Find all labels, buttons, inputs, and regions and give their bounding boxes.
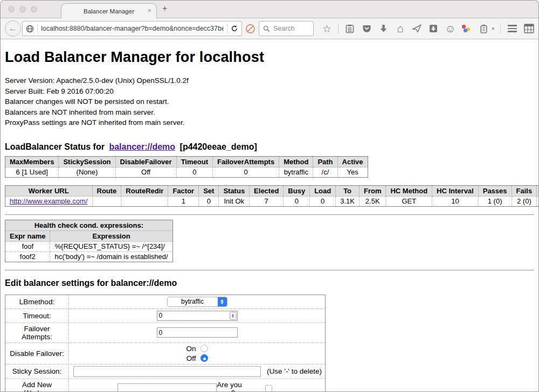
minimize-window-button[interactable] (19, 6, 26, 12)
sticky-session-input[interactable] (73, 366, 261, 377)
disable-failover-off-radio[interactable] (201, 354, 208, 362)
divider (5, 270, 534, 271)
column-header: HC uri (537, 185, 538, 196)
radio-off-label: Off (186, 354, 196, 362)
search-placeholder: Search (273, 25, 295, 32)
worker-status-table: Worker URLRouteRouteRedirFactorSetStatus… (5, 185, 538, 207)
bookmarks-sidebar-icon[interactable] (344, 23, 355, 34)
browser-toolbar: ← localhost:8880/balancer-manager?b=demo… (1, 18, 538, 39)
reload-icon[interactable] (231, 25, 238, 32)
table-row: foof%{REQUEST_STATUS} =~ /^[234]/ (5, 241, 173, 251)
table-title: Health check cond. expressions: (5, 220, 173, 230)
column-header: RouteRedir (121, 185, 168, 196)
sticky-session-row: Sticky Session: (Use '-' to delete) (5, 364, 326, 379)
column-header: Factor (168, 185, 199, 196)
search-bar[interactable]: Search (259, 21, 314, 36)
browser-tab[interactable]: Balancer Manager × (61, 3, 157, 18)
select-arrows-icon (218, 297, 227, 307)
table-cell: Off (115, 167, 176, 177)
table-cell: 2 (0) (512, 196, 537, 206)
table-row: foof2hc('body') =~ /domain is establishe… (5, 251, 173, 262)
divider (500, 23, 501, 34)
table-cell: 1 (168, 196, 199, 206)
bookmark-star-icon[interactable]: ☆ (321, 23, 332, 34)
column-header: From (359, 185, 386, 196)
table-cell: GET (386, 196, 432, 206)
are-you-sure-checkbox[interactable] (265, 385, 272, 392)
content-blocked-icon[interactable] (245, 24, 255, 34)
table-cell: foof (5, 241, 50, 251)
lbmethod-row: LBmethod: bytraffic (5, 295, 326, 309)
timeout-input[interactable] (157, 311, 238, 321)
table-cell (121, 196, 168, 206)
failover-attempts-input[interactable] (157, 327, 238, 338)
worker-url-link[interactable]: http://www.example.com/ (10, 197, 88, 205)
column-header: Worker URL (5, 185, 93, 196)
downloads-icon[interactable] (378, 23, 389, 34)
pages-grid-icon[interactable] (523, 23, 534, 34)
table-cell: 10 (432, 196, 479, 206)
window-controls[interactable] (8, 6, 37, 12)
home-icon[interactable]: ⌂ (395, 23, 405, 34)
edit-settings-heading: Edit balancer settings for balancer://de… (5, 278, 534, 288)
add-worker-row: Add New Worker: Are you sure? (5, 379, 326, 392)
divider (5, 214, 534, 215)
table-cell: 6 [1 Used] (5, 167, 59, 177)
table-cell: http://www.example.com/ (5, 196, 93, 206)
status-heading-suffix: [p4420eeae_demo] (180, 142, 257, 151)
back-button[interactable]: ← (5, 20, 21, 37)
save-to-device-icon[interactable] (428, 23, 439, 34)
pocket-icon[interactable] (361, 23, 372, 34)
table-row: http://www.example.com/ 10Init Ok7003.1K… (5, 196, 539, 206)
tab-close-icon[interactable]: × (148, 7, 151, 15)
table-cell: (None) (59, 167, 115, 177)
table-cell: 0 (284, 196, 310, 206)
server-built: Server Built: Feb 9 2016 07:00:20 (5, 86, 534, 97)
table-row: 6 [1 Used](None)Off00bytraffic/c/Yes (5, 167, 368, 177)
table-cell: Init Ok (219, 196, 250, 206)
column-header: Set (199, 185, 219, 196)
column-header: Fails (512, 185, 537, 196)
column-header: HC Method (386, 185, 432, 196)
add-worker-input[interactable] (118, 383, 217, 392)
column-header: Passes (478, 185, 512, 196)
hello-colored-dots-icon[interactable] (461, 23, 472, 34)
send-tab-icon[interactable] (411, 23, 422, 34)
loadbalancer-status-heading: LoadBalancer Status for balancer://demo … (5, 142, 534, 152)
timeout-row: Timeout: (5, 309, 326, 323)
number-stepper-icon[interactable] (230, 312, 237, 320)
divider (338, 23, 338, 34)
lbmethod-label: LBmethod: (5, 295, 69, 309)
table-cell: 7 (250, 196, 284, 206)
url-bar[interactable]: localhost:8880/balancer-manager?b=demo&n… (22, 21, 242, 36)
table-cell: %{REQUEST_STATUS} =~ /^[234]/ (50, 241, 172, 251)
table-cell (92, 196, 121, 206)
disable-failover-on-radio[interactable] (201, 345, 208, 352)
table-cell: foof2 (5, 251, 50, 262)
menu-hamburger-icon[interactable] (507, 23, 517, 34)
failover-attempts-row: Failover Attempts: (5, 323, 326, 342)
sticky-session-label: Sticky Session: (5, 364, 69, 379)
column-header: StickySession (59, 156, 115, 167)
chevron-down-icon[interactable]: ▾ (492, 26, 494, 31)
table-cell: Yes (337, 167, 368, 177)
container-battery-icon[interactable] (478, 23, 489, 34)
sticky-session-note: (Use '-' to delete) (267, 367, 322, 375)
close-window-button[interactable] (8, 6, 15, 12)
lbmethod-select[interactable]: bytraffic (167, 297, 227, 307)
page-content: Load Balancer Manager for localhost Serv… (1, 39, 538, 392)
globe-icon (26, 25, 34, 33)
zoom-window-button[interactable] (31, 6, 37, 12)
confirm-label: Are you sure? (217, 381, 262, 392)
url-input[interactable]: localhost:8880/balancer-manager?b=demo&n… (41, 25, 224, 32)
table-cell: 0 (176, 167, 212, 177)
notice-proxypass: ProxyPass settings are NOT inherited fro… (5, 117, 534, 128)
balancer-demo-link[interactable]: balancer://demo (109, 142, 175, 151)
table-cell: 0 (310, 196, 336, 206)
timeout-label: Timeout: (5, 309, 69, 323)
feedback-smiley-icon[interactable]: ☺ (445, 23, 455, 34)
table-cell: 3.1K (336, 196, 360, 206)
new-tab-button[interactable]: + (162, 4, 167, 13)
column-header: Path (313, 156, 337, 167)
server-version: Server Version: Apache/2.5.0-dev (Unix) … (5, 75, 534, 86)
